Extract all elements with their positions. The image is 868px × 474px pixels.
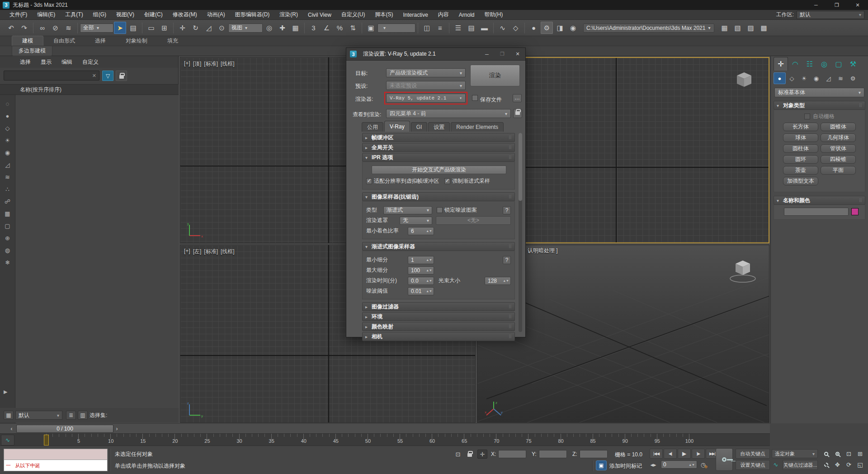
sampler-type-dropdown[interactable]: 渐进式: [383, 206, 432, 214]
display-all-icon[interactable]: ◌: [2, 99, 14, 109]
object-type-button[interactable]: 茶壶: [783, 166, 818, 175]
viewport-label-item[interactable]: [顶]: [193, 60, 202, 68]
redo-button[interactable]: ↷: [18, 22, 30, 34]
explorer-expand-arrow[interactable]: ▶: [4, 389, 7, 395]
select-and-move-button[interactable]: ✛: [176, 22, 189, 34]
keyboard-shortcut-override-toggle[interactable]: ▦: [289, 22, 302, 34]
rendered-frame-window-button[interactable]: ◨: [554, 22, 566, 34]
edit-named-selection-sets-button[interactable]: ▣: [365, 22, 377, 34]
reference-coordinate-system-dropdown[interactable]: 视图: [228, 24, 263, 33]
dialog-titlebar[interactable]: 3 渲染设置: V-Ray 5, update 2.1 ─ ❐ ✕: [346, 48, 525, 61]
sampler-help-button[interactable]: ?: [503, 206, 511, 214]
key-mode-toggle[interactable]: ◂▸: [649, 460, 657, 469]
renderer-dropdown[interactable]: V-Ray 5, update 2.1: [386, 94, 466, 103]
explorer-menu-item[interactable]: 编辑: [61, 58, 72, 66]
dialog-tab[interactable]: Render Elements: [451, 122, 504, 132]
workspace-dropdown[interactable]: 默认: [797, 11, 864, 19]
menu-item[interactable]: 渲染(R): [274, 10, 303, 20]
target-dropdown[interactable]: 产品级渲染模式: [386, 68, 466, 77]
explorer-menu-item[interactable]: 自定义: [82, 58, 99, 66]
select-by-name-button[interactable]: ▤: [127, 22, 139, 34]
view-to-render-dropdown[interactable]: 四元菜单 4 - 前: [386, 109, 511, 118]
viewport-perspective-label-fragment[interactable]: 认明暗处理 ]: [528, 247, 558, 255]
align-button[interactable]: ≡: [434, 22, 446, 34]
ribbon-tab[interactable]: 对象绘制: [116, 36, 157, 46]
motion-tab-icon[interactable]: ◎: [817, 57, 831, 71]
minimize-button[interactable]: ─: [806, 0, 826, 10]
explorer-object-list[interactable]: [16, 95, 179, 423]
zoom-extents-all-button[interactable]: ⊞: [855, 449, 865, 459]
rollout-image-sampler[interactable]: ▾图像采样器(抗锯齿)⠿: [362, 192, 515, 201]
rollout-name-and-color[interactable]: ▾名称和颜色⠿: [774, 196, 865, 205]
menu-item[interactable]: 修改器(M): [168, 10, 202, 20]
curve-editor-button[interactable]: ∿: [496, 22, 509, 34]
dialog-minimize-button[interactable]: ─: [479, 48, 495, 61]
view-lock-button[interactable]: [513, 109, 522, 118]
dialog-tab[interactable]: GI: [411, 122, 428, 132]
helpers-category-icon[interactable]: ◿: [822, 72, 835, 84]
explorer-menu-item[interactable]: 选择: [20, 58, 31, 66]
menu-item[interactable]: 自定义(U): [336, 10, 370, 20]
mirror-button[interactable]: ◫: [421, 22, 433, 34]
select-and-scale-button[interactable]: ◿: [203, 22, 215, 34]
display-shapes-icon[interactable]: ◇: [2, 123, 14, 133]
display-space-warps-icon[interactable]: ≋: [2, 172, 14, 182]
rollout-image-filter[interactable]: ▸图像过滤器⠿: [362, 302, 515, 311]
project-folder-dropdown[interactable]: C:\Users\Administrator\Documents\3ds Max…: [583, 24, 714, 33]
use-pivot-center-button[interactable]: ◎: [263, 22, 275, 34]
project-create-button[interactable]: ▦: [718, 22, 731, 34]
dialog-tab[interactable]: 设置: [428, 122, 450, 132]
display-groups-icon[interactable]: ▢: [2, 221, 14, 231]
viewport-label-item[interactable]: [标准]: [204, 248, 218, 256]
undo-button[interactable]: ↶: [5, 22, 17, 34]
utilities-tab-icon[interactable]: ⚒: [846, 57, 860, 71]
rollout-camera[interactable]: ▸相机⠿: [362, 332, 515, 341]
ribbon-tab[interactable]: 建模: [12, 36, 43, 46]
toggle-scene-explorer-button[interactable]: ☰: [452, 22, 464, 34]
layer-list-icon[interactable]: ≣: [66, 411, 76, 420]
display-bones-icon[interactable]: ☍: [2, 196, 14, 207]
selection-set-grid-icon[interactable]: ▦: [4, 411, 14, 420]
object-type-button[interactable]: 球体: [783, 133, 818, 142]
next-frame-arrow[interactable]: ›: [113, 425, 120, 433]
object-type-button[interactable]: 管状体: [821, 144, 856, 153]
default-tangent-icon[interactable]: ∿: [771, 460, 781, 469]
key-filters-button[interactable]: 关键点过滤器...: [783, 460, 818, 470]
add-time-tag-label[interactable]: 添加时间标记: [609, 462, 642, 470]
select-and-manipulate-button[interactable]: ✚: [276, 22, 288, 34]
display-helpers-icon[interactable]: ◿: [2, 160, 14, 170]
menu-item[interactable]: 组(G): [88, 10, 111, 20]
listener-pane[interactable]: 一 从以下中诞: [4, 460, 107, 471]
rollout-progressive-sampler[interactable]: ▾渐进式图像采样器⠿: [362, 242, 515, 251]
display-frozen-icon[interactable]: ❄: [2, 257, 14, 268]
window-crossing-toggle[interactable]: ⊞: [158, 22, 170, 34]
display-lights-icon[interactable]: ☀: [2, 135, 14, 146]
start-interactive-render-button[interactable]: 开始交互式产品级渲染: [372, 166, 506, 174]
menu-item[interactable]: 动画(A): [202, 10, 230, 20]
render-setup-button[interactable]: ⚙: [541, 22, 553, 34]
rollout-environment[interactable]: ▸环境⠿: [362, 312, 515, 321]
set-key-button[interactable]: 设置关键点: [736, 460, 770, 470]
orbit-button[interactable]: ⟳: [844, 460, 854, 469]
pan-view-button[interactable]: ✥: [832, 460, 843, 469]
render-time-spinner[interactable]: 0.0▲▼: [408, 277, 434, 285]
rollout-frame-buffer[interactable]: ▸帧缓冲区⠿: [362, 133, 515, 142]
geometry-category-icon[interactable]: ●: [774, 72, 786, 84]
render-production-button[interactable]: ◉: [567, 22, 579, 34]
noise-threshold-spinner[interactable]: 0.01▲▼: [408, 287, 434, 295]
menu-item[interactable]: 编辑(E): [32, 10, 60, 20]
project-open-button[interactable]: ▧: [731, 22, 744, 34]
object-type-button[interactable]: 圆环: [783, 155, 818, 164]
display-containers-icon[interactable]: ▦: [2, 209, 14, 219]
save-file-browse-button[interactable]: …: [513, 94, 522, 102]
bind-to-space-warp-button[interactable]: ≋: [62, 22, 75, 34]
display-tab-icon[interactable]: ▢: [831, 57, 846, 71]
previous-frame-button[interactable]: ◀|: [664, 449, 677, 459]
go-to-start-button[interactable]: |◀◀: [650, 449, 663, 459]
min-shading-spinner[interactable]: 6▲▼: [408, 227, 434, 235]
select-and-place-button[interactable]: ⊙: [216, 22, 228, 34]
display-xrefs-icon[interactable]: ⊕: [2, 233, 14, 243]
z-coordinate-field[interactable]: [580, 450, 608, 458]
viewport-label-item[interactable]: [+]: [184, 248, 190, 256]
clear-search-icon[interactable]: ✕: [90, 73, 99, 79]
